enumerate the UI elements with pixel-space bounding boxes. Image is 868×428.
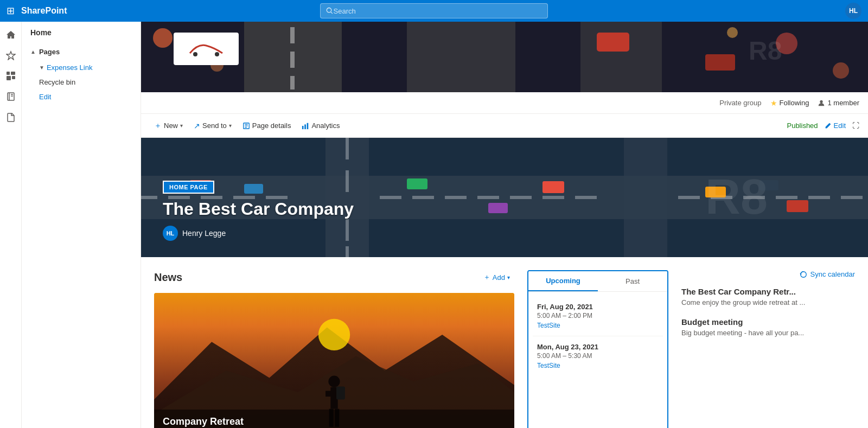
- svg-point-75: [328, 376, 340, 387]
- retreat-description: Come enjoy the group wide retreat at ...: [681, 298, 855, 306]
- members-button[interactable]: 1 member: [818, 99, 859, 107]
- news-section: News ＋ Add ▾: [154, 270, 514, 428]
- sync-calendar-button[interactable]: Sync calendar: [681, 270, 855, 278]
- search-input[interactable]: [334, 7, 542, 15]
- past-tab[interactable]: Past: [598, 271, 667, 291]
- svg-rect-34: [305, 124, 307, 129]
- banner-bg-svg: R8: [141, 22, 868, 92]
- members-label: 1 member: [827, 99, 859, 107]
- sidebar-recycle-bin[interactable]: Recycle bin: [22, 75, 141, 90]
- svg-rect-33: [302, 126, 304, 129]
- event-1-link[interactable]: TestSite: [537, 322, 659, 329]
- svg-rect-14: [580, 22, 662, 92]
- svg-rect-67: [542, 181, 564, 193]
- svg-point-27: [215, 52, 219, 56]
- sidebar-expenses-item[interactable]: ▼ Expenses Link: [22, 60, 141, 75]
- sync-icon: [800, 271, 807, 278]
- top-bar: ⊞ SharePoint HL: [0, 0, 868, 22]
- svg-line-1: [331, 12, 333, 14]
- content-area: News ＋ Add ▾: [141, 257, 868, 428]
- news-title: News: [154, 271, 182, 284]
- svg-rect-80: [336, 386, 345, 399]
- events-section: Upcoming Past Fri, Aug 20, 2021 5:00 AM …: [527, 270, 668, 428]
- app-title: SharePoint: [21, 6, 67, 16]
- new-label: New: [164, 122, 178, 130]
- site-header-right: Private group ★ Following 1 member: [719, 99, 859, 107]
- svg-rect-47: [412, 196, 434, 199]
- svg-rect-40: [624, 138, 667, 257]
- event-2-link[interactable]: TestSite: [537, 362, 659, 369]
- search-bar[interactable]: [320, 3, 548, 18]
- main-content: R8 Private group ★ Following: [141, 22, 868, 428]
- private-group-label: Private group: [719, 99, 761, 107]
- edit-button[interactable]: Edit: [825, 122, 846, 130]
- svg-rect-13: [407, 22, 515, 92]
- icon-rail: [0, 22, 22, 428]
- expenses-link[interactable]: Expenses Link: [47, 63, 93, 72]
- nav-follow-icon[interactable]: [2, 47, 20, 64]
- following-button[interactable]: ★ Following: [770, 99, 809, 107]
- svg-rect-17: [290, 76, 295, 90]
- svg-text:R8: R8: [749, 36, 782, 65]
- command-bar: ＋ New ▾ ↗ Send to ▾ Page details Analyti…: [141, 114, 868, 138]
- nav-file-icon[interactable]: [2, 108, 20, 126]
- svg-rect-51: [542, 196, 564, 199]
- new-button[interactable]: ＋ New ▾: [150, 119, 187, 133]
- event-item-2: Mon, Aug 23, 2021 5:00 AM – 5:30 AM Test…: [533, 336, 663, 376]
- budget-title[interactable]: Budget meeting: [681, 317, 855, 327]
- svg-point-20: [153, 28, 173, 48]
- add-label: Add: [493, 273, 505, 282]
- page-details-label: Page details: [252, 122, 291, 130]
- expenses-chevron-icon: ▼: [39, 65, 44, 71]
- news-image-card[interactable]: Company Retreat: [154, 293, 514, 428]
- user-avatar[interactable]: HL: [845, 3, 861, 19]
- nav-sites-icon[interactable]: [2, 67, 20, 85]
- page-details-button[interactable]: Page details: [238, 119, 296, 132]
- nav-notebook-icon[interactable]: [2, 88, 20, 105]
- svg-rect-59: [346, 138, 349, 159]
- svg-rect-16: [290, 52, 295, 68]
- person-icon: [818, 99, 825, 107]
- main-layout: Home ▲ Pages ▼ Expenses Link Recycle bin…: [0, 22, 868, 428]
- svg-rect-41: [141, 196, 157, 199]
- edit-icon: [825, 122, 832, 129]
- svg-rect-50: [510, 196, 532, 199]
- waffle-icon[interactable]: ⊞: [7, 5, 15, 17]
- sidebar: Home ▲ Pages ▼ Expenses Link Recycle bin…: [22, 22, 141, 428]
- svg-rect-6: [12, 76, 15, 79]
- svg-rect-18: [597, 33, 629, 52]
- send-to-button[interactable]: ↗ Send to ▾: [189, 119, 236, 132]
- sidebar-home[interactable]: Home: [22, 22, 141, 43]
- plus-icon: ＋: [154, 121, 162, 131]
- event-2-time: 5:00 AM – 5:30 AM: [537, 352, 659, 360]
- fullscreen-icon[interactable]: ⛶: [852, 122, 859, 130]
- analytics-button[interactable]: Analytics: [297, 119, 344, 132]
- svg-rect-5: [7, 76, 11, 80]
- right-section: Sync calendar The Best Car Company Retr.…: [681, 270, 855, 428]
- svg-rect-46: [380, 196, 401, 199]
- svg-point-28: [820, 100, 823, 103]
- svg-rect-62: [346, 246, 349, 257]
- star-icon: ★: [770, 99, 777, 107]
- event-2-date: Mon, Aug 23, 2021: [537, 343, 659, 351]
- svg-marker-2: [7, 52, 15, 60]
- nav-home-icon[interactable]: [2, 26, 20, 43]
- event-item-1: Fri, Aug 20, 2021 5:00 AM – 2:00 PM Test…: [533, 296, 663, 336]
- svg-point-23: [833, 62, 849, 79]
- sidebar-pages-section[interactable]: ▲ Pages: [22, 43, 141, 60]
- command-bar-left: ＋ New ▾ ↗ Send to ▾ Page details Analyti…: [150, 119, 344, 133]
- analytics-label: Analytics: [311, 122, 340, 130]
- author-avatar: HL: [163, 226, 178, 241]
- retreat-title[interactable]: The Best Car Company Retr...: [681, 287, 855, 296]
- event-1-time: 5:00 AM – 2:00 PM: [537, 312, 659, 320]
- budget-card: Budget meeting Big budget meeting - have…: [681, 317, 855, 337]
- sidebar-pages-label: Pages: [39, 48, 60, 56]
- page-details-icon: [242, 122, 250, 130]
- news-header: News ＋ Add ▾: [154, 270, 514, 284]
- upcoming-tab[interactable]: Upcoming: [528, 271, 598, 291]
- add-button[interactable]: ＋ Add ▾: [479, 270, 514, 284]
- news-image-caption: Company Retreat: [154, 410, 514, 428]
- hero-section: R8 HOME PAGE The Best Car Company HL Hen…: [141, 138, 868, 257]
- sidebar-edit[interactable]: Edit: [22, 90, 141, 104]
- send-chevron-icon: ▾: [229, 123, 232, 129]
